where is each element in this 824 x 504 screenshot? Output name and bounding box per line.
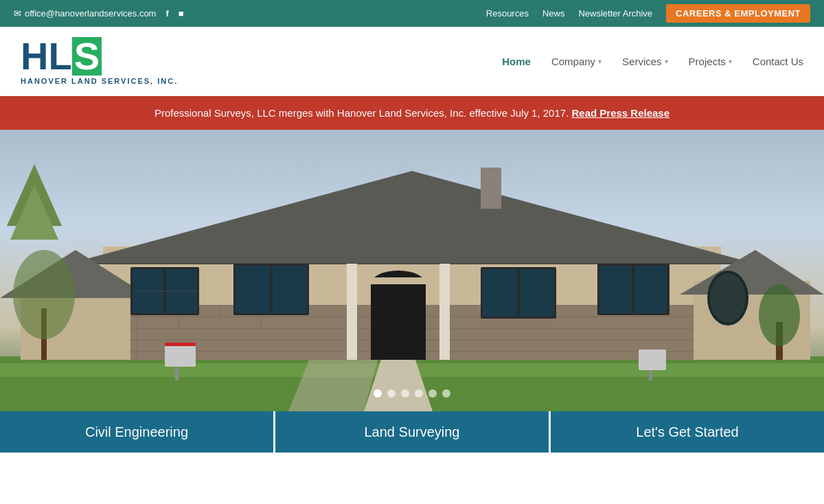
logo[interactable]: H L S: [21, 37, 178, 76]
svg-rect-42: [175, 367, 179, 380]
slider-dot-3[interactable]: [401, 389, 409, 398]
slider-dot-1[interactable]: [374, 389, 382, 398]
announcement-bar: Professional Surveys, LLC merges with Ha…: [0, 96, 824, 130]
svg-rect-30: [439, 264, 450, 360]
email-icon: ✉: [14, 8, 21, 19]
svg-rect-36: [634, 266, 667, 313]
facebook-link[interactable]: f: [165, 8, 168, 19]
svg-point-49: [13, 250, 75, 339]
svg-rect-18: [481, 168, 501, 209]
logo-l: L: [48, 37, 71, 76]
civil-engineering-card[interactable]: Civil Engineering: [0, 411, 275, 453]
svg-rect-44: [639, 350, 666, 370]
logo-container: H L S HANOVER LAND SERVICES, INC.: [21, 37, 178, 85]
svg-rect-35: [599, 266, 632, 313]
nav-item-company[interactable]: Company ▾: [551, 56, 602, 67]
get-started-card[interactable]: Let's Get Started: [551, 411, 824, 453]
email-link[interactable]: ✉office@hanoverlandservices.com: [14, 8, 156, 19]
logo-h: H: [21, 37, 48, 76]
svg-rect-28: [371, 277, 426, 284]
logo-s: S: [72, 37, 102, 76]
land-surveying-card[interactable]: Land Surveying: [275, 411, 551, 453]
top-bar-left: ✉office@hanoverlandservices.com f ■: [14, 8, 184, 19]
svg-rect-24: [236, 266, 270, 313]
nav-item-home[interactable]: Home: [502, 56, 531, 67]
main-nav: Home Company ▾ Services ▾ Projects ▾ Con…: [502, 56, 803, 67]
resources-link[interactable]: Resources: [486, 8, 529, 19]
svg-rect-43: [165, 343, 196, 346]
news-link[interactable]: News: [542, 8, 565, 19]
rss-link[interactable]: ■: [179, 8, 184, 19]
announcement-text: Professional Surveys, LLC merges with Ha…: [154, 107, 569, 119]
hero-section: [0, 130, 824, 411]
header: H L S HANOVER LAND SERVICES, INC. Home C…: [0, 27, 824, 96]
nav-item-contact[interactable]: Contact Us: [753, 56, 803, 67]
services-chevron-icon: ▾: [665, 58, 668, 65]
slider-dot-5[interactable]: [428, 389, 437, 398]
projects-chevron-icon: ▾: [729, 58, 732, 65]
slider-dots: [374, 389, 450, 398]
rss-icon: ■: [179, 8, 184, 19]
svg-rect-25: [273, 266, 307, 313]
svg-rect-45: [649, 370, 652, 380]
svg-rect-33: [520, 269, 554, 317]
careers-button[interactable]: Careers & Employment: [666, 4, 810, 23]
company-chevron-icon: ▾: [598, 58, 602, 65]
svg-point-38: [710, 273, 746, 323]
svg-marker-12: [69, 171, 755, 264]
slider-dot-6[interactable]: [442, 389, 450, 398]
slider-dot-4[interactable]: [415, 389, 423, 398]
newsletter-archive-link[interactable]: Newsletter Archive: [578, 8, 652, 19]
svg-point-47: [759, 284, 800, 346]
top-bar-right: Resources News Newsletter Archive Career…: [486, 4, 810, 23]
svg-rect-32: [483, 269, 517, 317]
svg-rect-29: [347, 264, 357, 360]
top-bar: ✉office@hanoverlandservices.com f ■ Reso…: [0, 0, 824, 27]
svg-rect-41: [165, 343, 196, 367]
house-svg: [0, 130, 824, 411]
logo-tagline: HANOVER LAND SERVICES, INC.: [21, 77, 178, 85]
facebook-icon: f: [165, 8, 168, 19]
nav-item-projects[interactable]: Projects ▾: [689, 56, 732, 67]
bottom-cards: Civil Engineering Land Surveying Let's G…: [0, 411, 824, 453]
slider-dot-2[interactable]: [387, 389, 396, 398]
nav-item-services[interactable]: Services ▾: [622, 56, 668, 67]
press-release-link[interactable]: Read Press Release: [571, 107, 670, 119]
